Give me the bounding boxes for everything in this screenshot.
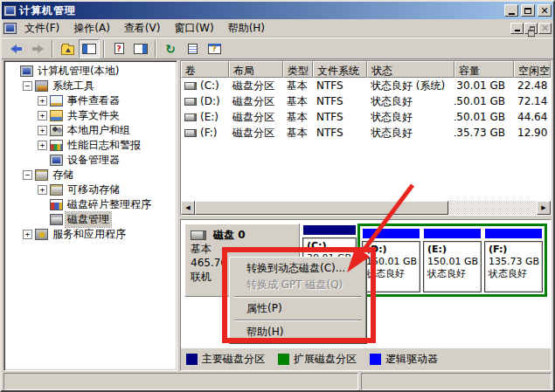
type-cell: 基本 — [283, 109, 313, 125]
horizontal-scrollbar[interactable]: ◀ ▶ — [181, 201, 551, 215]
column-header[interactable]: 文件系统 — [313, 61, 367, 78]
scroll-left-button[interactable]: ◀ — [181, 201, 195, 215]
volume-name: (C:) — [200, 79, 219, 92]
table-row[interactable]: (C:)磁盘分区基本NTFS状态良好 (系统)30.01 GB22.48 GB — [181, 78, 551, 93]
menu-item[interactable]: 窗口(W) — [167, 19, 220, 38]
forward-button[interactable] — [27, 39, 48, 58]
console-tree: 计算机管理(本地)−系统工具+事件查看器+共享文件夹+本地用户和组+性能日志和警… — [3, 60, 177, 371]
table-row[interactable]: (E:)磁盘分区基本NTFS状态良好150.01 GB44.64 GB — [181, 109, 551, 125]
scroll-thumb[interactable] — [195, 201, 448, 215]
volume-cell: (D:) — [181, 93, 229, 109]
legend-label: 逻辑驱动器 — [385, 352, 438, 367]
context-menu-item[interactable]: 帮助(H) — [232, 324, 364, 340]
folder-up-icon — [61, 45, 74, 55]
scroll-right-button[interactable]: ▶ — [537, 201, 551, 215]
tree-expander-icon[interactable]: + — [38, 185, 47, 195]
partition-info-box: (D:)150.01 GB状态良好 — [362, 241, 420, 292]
layout-cell: 磁盘分区 — [229, 93, 283, 109]
partition-size: 135.73 GB — [489, 256, 538, 268]
tree-item[interactable]: +可移动存储 — [5, 182, 177, 197]
tree-expander-icon[interactable]: − — [23, 170, 32, 180]
tree-expander-icon[interactable]: − — [23, 81, 32, 91]
column-header[interactable]: 容量 — [454, 61, 514, 78]
show-console-tree-button[interactable] — [79, 39, 100, 58]
help-topics-button[interactable]: ? — [108, 39, 129, 58]
app-icon[interactable] — [3, 5, 17, 17]
context-menu-item[interactable]: 属性(P) — [232, 300, 364, 317]
tree-item[interactable]: 磁盘管理 — [5, 212, 177, 227]
tree-item[interactable]: +性能日志和警报 — [5, 138, 177, 153]
column-header[interactable]: 空闲空间 — [514, 61, 551, 78]
menu-item[interactable]: 帮助(H) — [221, 19, 272, 38]
partition-cell[interactable]: (D:)150.01 GB状态良好 — [362, 228, 420, 292]
tree-item[interactable]: 磁盘碎片整理程序 — [5, 197, 177, 212]
tree-item-label: 存储 — [51, 168, 75, 182]
volume-name: (E:) — [200, 111, 219, 123]
mdi-restore-button[interactable] — [524, 23, 538, 34]
tree-item[interactable]: +本地用户和组 — [5, 123, 177, 138]
up-one-level-button[interactable] — [57, 39, 78, 58]
menu-item[interactable]: 文件(F) — [17, 19, 66, 38]
tree-item[interactable]: −系统工具 — [5, 79, 177, 93]
tree-expander-icon[interactable]: + — [38, 96, 47, 106]
title-bar: 计算机管理 ✕ — [2, 2, 553, 19]
partition-cell[interactable]: (F:)135.73 GB状态良好 — [484, 228, 543, 292]
help-button[interactable]: ? — [204, 39, 225, 58]
volume-list-pane: 卷布局类型文件系统状态容量空闲空间 (C:)磁盘分区基本NTFS状态良好 (系统… — [180, 60, 552, 216]
menu-item[interactable]: 操作(A) — [66, 19, 117, 38]
tree-item[interactable]: +服务和应用程序 — [5, 227, 177, 242]
mdi-child-icon[interactable] — [3, 23, 17, 34]
drive-icon — [184, 113, 197, 121]
restore-icon — [530, 26, 535, 31]
back-button[interactable] — [5, 39, 26, 58]
status-cell: 状态良好 — [367, 109, 454, 125]
mdi-close-button[interactable]: ✕ — [538, 23, 552, 34]
tree-item-label: 设备管理器 — [66, 153, 121, 168]
column-header[interactable]: 状态 — [367, 61, 454, 78]
tree-item[interactable]: +共享文件夹 — [5, 108, 177, 123]
back-icon — [10, 45, 22, 53]
table-row[interactable]: (F:)磁盘分区基本NTFS状态良好135.73 GB12.90 GB — [181, 125, 551, 141]
status-panel-left — [3, 373, 358, 390]
filesystem-cell: NTFS — [313, 125, 367, 141]
minimize-button[interactable] — [504, 4, 518, 17]
column-header[interactable]: 布局 — [229, 61, 283, 78]
maximize-button[interactable] — [521, 4, 535, 17]
tree-item[interactable]: +事件查看器 — [5, 93, 177, 108]
mdi-minimize-button[interactable] — [510, 23, 524, 34]
refresh-icon: ↻ — [165, 43, 176, 55]
volume-table-header: 卷布局类型文件系统状态容量空闲空间 — [181, 61, 551, 78]
layout-cell: 磁盘分区 — [229, 109, 283, 125]
column-header[interactable]: 类型 — [283, 61, 313, 78]
tree-expander-icon[interactable]: + — [38, 141, 47, 150]
partition-cell[interactable]: (E:)150.01 GB状态良好 — [423, 228, 482, 292]
tree-expander-icon[interactable]: + — [23, 230, 32, 239]
tree-item[interactable]: 计算机管理(本地) — [5, 64, 177, 79]
table-row[interactable]: (D:)磁盘分区基本NTFS状态良好150.01 GB72.14 GB — [181, 93, 551, 109]
volume-cell: (E:) — [181, 109, 229, 125]
drive-icon — [184, 98, 197, 106]
tree-item[interactable]: 设备管理器 — [5, 153, 177, 168]
capacity-cell: 135.73 GB — [454, 125, 514, 141]
tree-expander-icon[interactable]: + — [38, 111, 47, 120]
menu-item[interactable]: 查看(V) — [117, 19, 168, 38]
free-space-cell: 72.14 GB — [514, 93, 551, 109]
layout-cell: 磁盘分区 — [229, 78, 283, 93]
tree-expander-icon[interactable]: + — [38, 126, 47, 135]
capacity-cell: 150.01 GB — [454, 109, 514, 125]
column-header[interactable]: 卷 — [181, 61, 229, 78]
tree-item[interactable]: −存储 — [5, 168, 177, 182]
refresh-button[interactable]: ↻ — [160, 39, 181, 58]
export-list-button[interactable] — [182, 39, 203, 58]
action-pane-button[interactable] — [130, 39, 151, 58]
status-panel-right — [361, 373, 552, 390]
status-bar — [3, 373, 552, 390]
toolbar-separator — [155, 40, 156, 58]
performance-icon — [50, 140, 63, 151]
partition-label: (C:) — [307, 240, 352, 252]
partition-label: (E:) — [427, 244, 477, 256]
event-viewer-icon — [50, 95, 63, 107]
context-menu-item[interactable]: 转换到动态磁盘(C)... — [232, 260, 364, 277]
close-button[interactable]: ✕ — [538, 4, 552, 17]
toolbar-separator — [52, 40, 53, 58]
